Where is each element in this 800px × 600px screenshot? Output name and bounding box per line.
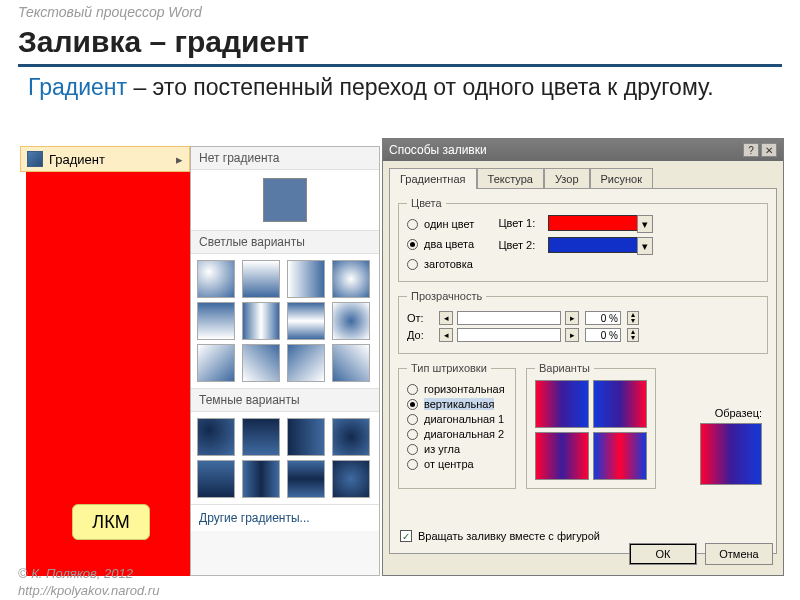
lkm-badge: ЛКМ bbox=[72, 504, 150, 540]
slider-left-icon[interactable]: ◂ bbox=[439, 328, 453, 342]
gradient-dropdown-button[interactable]: Градиент ▸ bbox=[20, 146, 190, 172]
dialog-tabs: Градиентная Текстура Узор Рисунок bbox=[383, 161, 783, 188]
gradient-icon bbox=[27, 151, 43, 167]
slider-right-icon[interactable]: ▸ bbox=[565, 328, 579, 342]
light-swatch[interactable] bbox=[242, 302, 280, 340]
dark-swatch[interactable] bbox=[287, 460, 325, 498]
slider-track[interactable] bbox=[457, 328, 561, 342]
radio-vertical-label: вертикальная bbox=[424, 398, 494, 410]
definition-keyword: Градиент bbox=[28, 74, 127, 100]
radio-center[interactable] bbox=[407, 459, 418, 470]
rotate-checkbox-label: Вращать заливку вместе с фигурой bbox=[418, 530, 600, 542]
definition-rest: – это постепенный переход от одного цвет… bbox=[127, 74, 714, 100]
radio-vertical[interactable] bbox=[407, 399, 418, 410]
slider-left-icon[interactable]: ◂ bbox=[439, 311, 453, 325]
radio-corner-label: из угла bbox=[424, 443, 460, 455]
chevron-right-icon: ▸ bbox=[176, 152, 183, 167]
gallery-section-dark: Темные варианты bbox=[191, 389, 379, 412]
rotate-checkbox[interactable]: ✓ bbox=[400, 530, 412, 542]
from-percent[interactable]: 0 % bbox=[585, 311, 621, 325]
radio-diag2[interactable] bbox=[407, 429, 418, 440]
radio-one-label: один цвет bbox=[424, 218, 474, 230]
radio-diag1-label: диагональная 1 bbox=[424, 413, 504, 425]
light-swatch[interactable] bbox=[197, 302, 235, 340]
variants-fieldset: Варианты bbox=[526, 362, 656, 489]
light-swatch[interactable] bbox=[242, 260, 280, 298]
dark-swatch[interactable] bbox=[332, 460, 370, 498]
dark-swatch[interactable] bbox=[197, 418, 235, 456]
footer: © К. Поляков, 2012 http://kpolyakov.naro… bbox=[18, 566, 159, 600]
hatch-fieldset: Тип штриховки горизонтальная вертикальна… bbox=[398, 362, 516, 489]
to-label: До: bbox=[407, 329, 433, 341]
to-percent[interactable]: 0 % bbox=[585, 328, 621, 342]
gallery-light-grid bbox=[191, 254, 379, 389]
slide-title: Заливка – градиент bbox=[18, 25, 309, 59]
dark-swatch[interactable] bbox=[197, 460, 235, 498]
gradient-button-label: Градиент bbox=[49, 152, 105, 167]
transparency-fieldset: Прозрачность От: ◂ ▸ 0 % ▴▾ До: ◂ ▸ 0 % bbox=[398, 290, 768, 354]
color1-swatch[interactable]: ▾ bbox=[548, 215, 638, 231]
light-swatch[interactable] bbox=[197, 260, 235, 298]
sample-preview bbox=[700, 423, 762, 485]
dialog-tab-body: Цвета один цвет два цвета заготовка Цвет… bbox=[389, 188, 777, 554]
fill-methods-dialog: Способы заливки ? ✕ Градиентная Текстура… bbox=[382, 138, 784, 576]
radio-preset[interactable] bbox=[407, 259, 418, 270]
light-swatch[interactable] bbox=[332, 302, 370, 340]
radio-one-color[interactable] bbox=[407, 219, 418, 230]
ok-button[interactable]: ОК bbox=[629, 543, 697, 565]
variant-swatch[interactable] bbox=[593, 432, 647, 480]
to-spinner[interactable]: ▴▾ bbox=[627, 328, 639, 342]
to-slider[interactable]: ◂ ▸ bbox=[439, 328, 579, 342]
dark-swatch[interactable] bbox=[242, 418, 280, 456]
light-swatch[interactable] bbox=[332, 344, 370, 382]
tab-texture[interactable]: Текстура bbox=[477, 168, 544, 189]
dark-swatch[interactable] bbox=[332, 418, 370, 456]
cancel-button[interactable]: Отмена bbox=[705, 543, 773, 565]
radio-corner[interactable] bbox=[407, 444, 418, 455]
footer-copyright: © К. Поляков, 2012 bbox=[18, 566, 159, 583]
dialog-title: Способы заливки bbox=[389, 143, 487, 157]
variants-legend: Варианты bbox=[535, 362, 594, 374]
dark-swatch[interactable] bbox=[287, 418, 325, 456]
variant-swatch[interactable] bbox=[593, 380, 647, 428]
tab-pattern[interactable]: Узор bbox=[544, 168, 590, 189]
dialog-titlebar[interactable]: Способы заливки ? ✕ bbox=[383, 139, 783, 161]
footer-url: http://kpolyakov.narod.ru bbox=[18, 583, 159, 600]
radio-two-label: два цвета bbox=[424, 238, 474, 250]
colors-fieldset: Цвета один цвет два цвета заготовка Цвет… bbox=[398, 197, 768, 282]
radio-preset-label: заготовка bbox=[424, 258, 473, 270]
dark-swatch[interactable] bbox=[242, 460, 280, 498]
help-button[interactable]: ? bbox=[743, 143, 759, 157]
slider-track[interactable] bbox=[457, 311, 561, 325]
from-spinner[interactable]: ▴▾ bbox=[627, 311, 639, 325]
hatch-legend: Тип штриховки bbox=[407, 362, 491, 374]
radio-center-label: от центра bbox=[424, 458, 474, 470]
radio-diag2-label: диагональная 2 bbox=[424, 428, 504, 440]
from-slider[interactable]: ◂ ▸ bbox=[439, 311, 579, 325]
light-swatch[interactable] bbox=[242, 344, 280, 382]
colors-legend: Цвета bbox=[407, 197, 446, 209]
gallery-dark-grid bbox=[191, 412, 379, 505]
variant-swatch[interactable] bbox=[535, 380, 589, 428]
radio-two-colors[interactable] bbox=[407, 239, 418, 250]
gallery-more-gradients[interactable]: Другие градиенты... bbox=[191, 505, 379, 531]
light-swatch[interactable] bbox=[287, 260, 325, 298]
light-swatch[interactable] bbox=[332, 260, 370, 298]
color1-dropdown-icon[interactable]: ▾ bbox=[637, 215, 653, 233]
tab-picture[interactable]: Рисунок bbox=[590, 168, 654, 189]
gallery-section-light: Светлые варианты bbox=[191, 231, 379, 254]
variant-swatch[interactable] bbox=[535, 432, 589, 480]
color2-swatch[interactable]: ▾ bbox=[548, 237, 638, 253]
close-button[interactable]: ✕ bbox=[761, 143, 777, 157]
radio-horizontal[interactable] bbox=[407, 384, 418, 395]
light-swatch[interactable] bbox=[287, 344, 325, 382]
radio-diag1[interactable] bbox=[407, 414, 418, 425]
color2-dropdown-icon[interactable]: ▾ bbox=[637, 237, 653, 255]
light-swatch[interactable] bbox=[197, 344, 235, 382]
light-swatch[interactable] bbox=[287, 302, 325, 340]
gradient-gallery-panel: Нет градиента Светлые варианты Темные ва… bbox=[190, 146, 380, 576]
definition-text: Градиент – это постепенный переход от од… bbox=[28, 74, 728, 102]
no-gradient-swatch[interactable] bbox=[263, 178, 307, 222]
slider-right-icon[interactable]: ▸ bbox=[565, 311, 579, 325]
tab-gradient[interactable]: Градиентная bbox=[389, 168, 477, 189]
